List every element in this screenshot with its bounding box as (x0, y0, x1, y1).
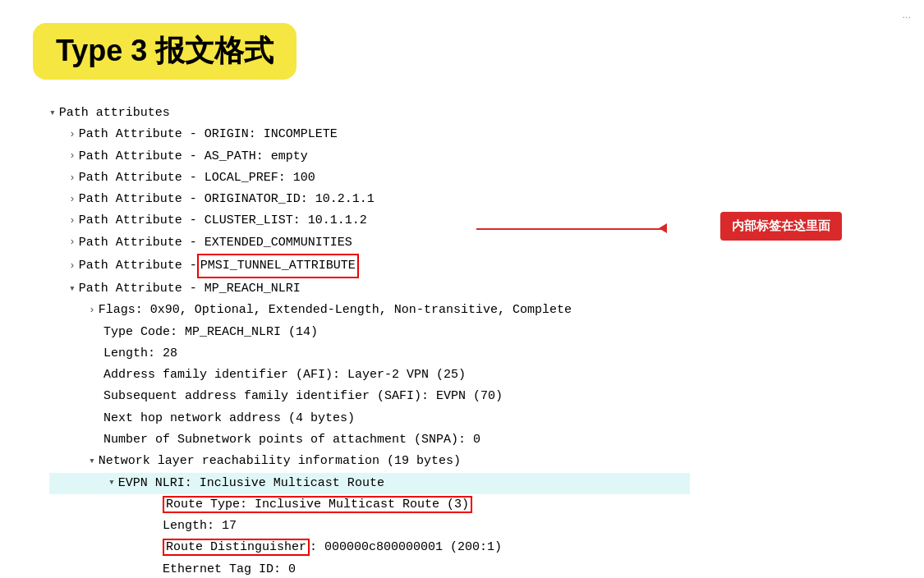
nlri-item: ▾ Network layer reachability information… (49, 451, 924, 472)
arrow-line (476, 228, 665, 230)
item-text: Route Distinguisher: 000000c800000001 (2… (148, 537, 502, 558)
content-area: ▾ Path attributes › Path Attribute - ORI… (49, 103, 924, 578)
list-item: Next hop network address (4 bytes) (49, 408, 924, 429)
item-text: Network layer reachability information (… (99, 451, 461, 472)
item-text: Subsequent address family identifier (SA… (89, 386, 503, 407)
item-text: Next hop network address (4 bytes) (89, 408, 355, 429)
item-text: Path Attribute - AS_PATH: empty (79, 146, 308, 167)
item-text: Length: 28 (89, 343, 177, 365)
collapse-icon[interactable]: › (69, 147, 76, 166)
item-text: Length: 17 (163, 516, 237, 537)
item-text: Ethernet Tag ID: 0 (163, 559, 296, 579)
item-text: Path Attribute - ORIGIN: INCOMPLETE (79, 124, 338, 145)
list-item: Number of Subnetwork points of attachmen… (49, 429, 924, 451)
annotation-box: 内部标签在这里面 (720, 212, 842, 241)
list-item: Type Code: MP_REACH_NLRI (14) (49, 322, 924, 343)
route-dist-suffix: : 000000c800000001 (200:1) (310, 540, 502, 554)
item-text: Route Type: Inclusive Multicast Route (3… (148, 494, 472, 516)
item-text: Number of Subnetwork points of attachmen… (89, 429, 480, 451)
item-text: Path Attribute - CLUSTER_LIST: 10.1.1.2 (79, 210, 367, 232)
route-type-item: Route Type: Inclusive Multicast Route (3… (49, 494, 924, 516)
root-label: Path attributes (59, 103, 170, 124)
route-dist-item: Route Distinguisher: 000000c800000001 (2… (49, 537, 924, 558)
item-text-prefix: Path Attribute - (79, 255, 197, 277)
collapse-icon[interactable]: › (69, 190, 76, 209)
collapse-icon[interactable]: › (89, 301, 95, 320)
arrowhead-icon (659, 223, 667, 233)
page-title: Type 3 报文格式 (56, 34, 274, 67)
list-item: › Path Attribute - ORIGIN: INCOMPLETE (49, 124, 924, 145)
list-item: › Path Attribute - AS_PATH: empty (49, 146, 924, 167)
collapse-icon[interactable]: › (69, 212, 76, 231)
collapse-icon[interactable]: › (69, 169, 76, 188)
tree-root: ▾ Path attributes (49, 103, 924, 124)
route-type-highlight: Route Type: Inclusive Multicast Route (3… (163, 496, 472, 513)
expand-icon[interactable]: ▾ (89, 452, 95, 471)
list-item: Address family identifier (AFI): Layer-2… (49, 365, 924, 386)
header-badge: Type 3 报文格式 (33, 23, 297, 80)
item-text: Path Attribute - LOCAL_PREF: 100 (79, 167, 315, 189)
pmsi-item: › Path Attribute - PMSI_TUNNEL_ATTRIBUTE (49, 254, 924, 278)
pmsi-highlight: PMSI_TUNNEL_ATTRIBUTE (197, 254, 359, 278)
item-text: Flags: 0x90, Optional, Extended-Length, … (99, 300, 572, 321)
mp-reach-item: ▾ Path Attribute - MP_REACH_NLRI (49, 278, 924, 300)
item-text: Address family identifier (AFI): Layer-2… (89, 365, 466, 386)
list-item: › Path Attribute - LOCAL_PREF: 100 (49, 167, 924, 189)
item-text: Path Attribute - ORIGINATOR_ID: 10.2.1.1 (79, 189, 375, 210)
list-item: Length: 17 (49, 516, 924, 537)
evpn-nlri-item: ▾ EVPN NLRI: Inclusive Multicast Route (49, 473, 690, 494)
item-text: Type Code: MP_REACH_NLRI (14) (89, 322, 318, 343)
expand-icon[interactable]: ▾ (49, 104, 56, 123)
list-item: Ethernet Tag ID: 0 (49, 559, 924, 579)
list-item: Length: 28 (49, 343, 924, 365)
list-item: Subsequent address family identifier (SA… (49, 386, 924, 407)
route-dist-highlight: Route Distinguisher (163, 539, 310, 556)
item-text: Path Attribute - EXTENDED_COMMUNITIES (79, 232, 352, 254)
collapse-icon[interactable]: › (69, 233, 76, 252)
list-item: › Flags: 0x90, Optional, Extended-Length… (49, 300, 924, 321)
expand-icon[interactable]: ▾ (69, 280, 76, 299)
expand-icon[interactable]: ▾ (108, 474, 115, 493)
item-text: Path Attribute - MP_REACH_NLRI (79, 278, 301, 300)
collapse-icon[interactable]: › (69, 257, 76, 276)
item-text: EVPN NLRI: Inclusive Multicast Route (118, 473, 384, 494)
collapse-icon[interactable]: › (69, 126, 76, 144)
corner-label: ... (902, 8, 911, 21)
list-item: › Path Attribute - ORIGINATOR_ID: 10.2.1… (49, 189, 924, 210)
